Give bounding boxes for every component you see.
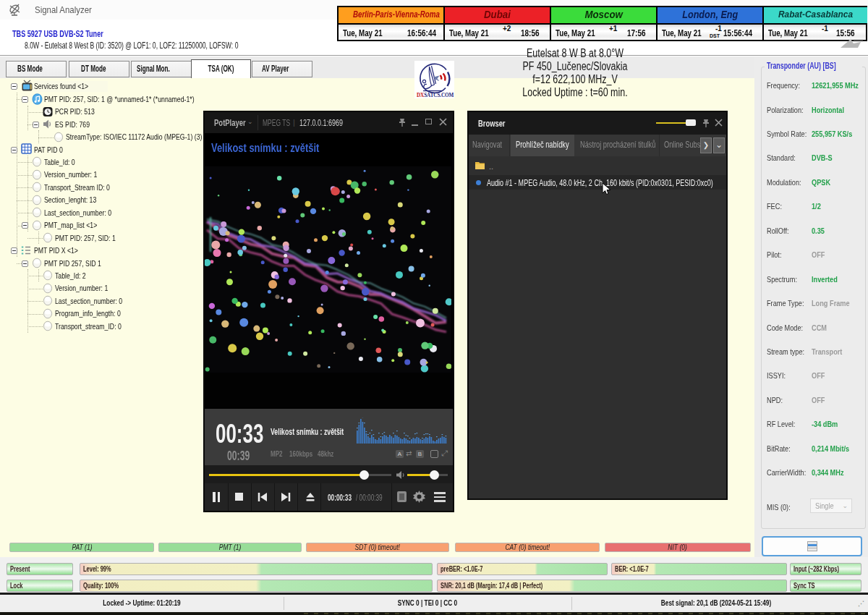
svg-text:DXSATCS.COM: DXSATCS.COM (417, 93, 454, 98)
